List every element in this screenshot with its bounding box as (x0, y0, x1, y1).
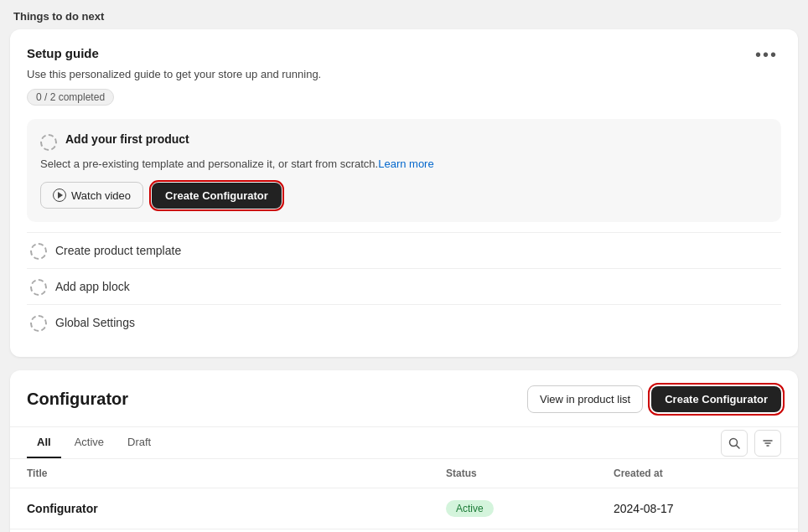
list-item-label: Global Settings (55, 316, 135, 329)
table-cell-title: Configurator (27, 502, 446, 515)
step-circle-icon (40, 134, 57, 151)
expanded-item-desc: Select a pre-existing template and perso… (40, 158, 768, 170)
table-cell-status: Active (446, 500, 614, 517)
learn-more-link[interactable]: Learn more (378, 158, 433, 170)
step-circle-icon (30, 279, 47, 296)
sort-icon (762, 437, 774, 449)
configurator-section: Configurator View in product list Create… (10, 370, 798, 532)
search-icon (728, 437, 740, 449)
table-header-title: Title (27, 467, 446, 479)
list-item-label: Create product template (55, 244, 181, 257)
tab-draft[interactable]: Draft (117, 427, 161, 458)
expanded-item-row: Add your first product (40, 132, 768, 151)
sort-button[interactable] (754, 430, 781, 457)
tab-all[interactable]: All (27, 427, 61, 458)
setup-item-expanded: Add your first product Select a pre-exis… (27, 119, 781, 222)
page-wrapper: Things to do next Setup guide ••• Use th… (0, 0, 808, 532)
watch-video-label: Watch video (71, 189, 131, 202)
configurator-header-actions: View in product list Create Configurator (527, 385, 781, 413)
completed-badge: 0 / 2 completed (27, 89, 114, 106)
status-badge: Active (446, 500, 494, 517)
step-circle-icon (30, 315, 47, 332)
more-options-button[interactable]: ••• (752, 46, 781, 63)
watch-video-button[interactable]: Watch video (40, 182, 143, 209)
table-cell-created-at: 2024-08-17 (614, 502, 781, 515)
setup-guide-title: Setup guide (27, 46, 99, 60)
step-circle-icon (30, 243, 47, 260)
play-triangle (58, 192, 63, 199)
setup-guide-description: Use this personalized guide to get your … (27, 68, 781, 80)
configurator-title: Configurator (27, 390, 128, 409)
setup-card-header: Setup guide ••• (27, 46, 781, 63)
svg-line-1 (737, 445, 740, 448)
table-header-created-at: Created at (614, 467, 781, 479)
tabs-row: All Active Draft (10, 426, 798, 459)
view-in-product-list-button[interactable]: View in product list (527, 385, 643, 413)
table-header-row: Title Status Created at (10, 459, 798, 488)
list-item-global-settings: Global Settings (27, 304, 781, 340)
expanded-item-actions: Watch video Create Configurator (40, 182, 768, 209)
tab-active[interactable]: Active (65, 427, 114, 458)
list-item-label: Add app block (55, 280, 130, 293)
tabs-left: All Active Draft (27, 427, 161, 458)
expanded-item-title: Add your first product (65, 132, 189, 146)
setup-card: Setup guide ••• Use this personalized gu… (10, 29, 798, 357)
list-item-add-app-block: Add app block (27, 268, 781, 304)
search-button[interactable] (721, 430, 748, 457)
play-icon (53, 189, 66, 202)
table-row: Configurator Active 2024-08-17 (10, 488, 798, 529)
tabs-right (721, 430, 781, 457)
create-configurator-button-setup[interactable]: Create Configurator (152, 183, 282, 209)
create-configurator-button-main[interactable]: Create Configurator (651, 386, 781, 412)
configurator-header: Configurator View in product list Create… (10, 370, 798, 426)
things-to-do-header: Things to do next (0, 0, 808, 29)
table-header-status: Status (446, 467, 614, 479)
list-item-create-product: Create product template (27, 232, 781, 268)
